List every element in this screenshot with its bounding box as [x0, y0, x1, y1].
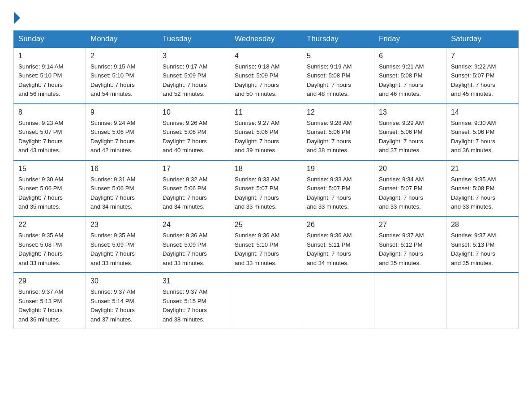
day-of-week-header: Thursday [302, 31, 374, 48]
day-info: Sunrise: 9:37 AMSunset: 5:13 PMDaylight:… [451, 232, 496, 266]
day-of-week-header: Wednesday [230, 31, 302, 48]
calendar-cell: 21Sunrise: 9:35 AMSunset: 5:08 PMDayligh… [446, 160, 519, 217]
day-info: Sunrise: 9:35 AMSunset: 5:08 PMDaylight:… [451, 176, 496, 210]
calendar-cell: 29Sunrise: 9:37 AMSunset: 5:13 PMDayligh… [14, 273, 86, 329]
day-info: Sunrise: 9:37 AMSunset: 5:12 PMDaylight:… [379, 232, 424, 266]
day-of-week-header: Friday [374, 31, 446, 48]
day-number: 26 [307, 219, 369, 230]
calendar-cell: 22Sunrise: 9:35 AMSunset: 5:08 PMDayligh… [14, 216, 86, 273]
day-number: 11 [235, 107, 297, 118]
calendar-cell: 3Sunrise: 9:17 AMSunset: 5:09 PMDaylight… [158, 47, 230, 104]
day-number: 5 [307, 51, 369, 61]
day-number: 23 [90, 219, 153, 230]
days-of-week-row: SundayMondayTuesdayWednesdayThursdayFrid… [14, 31, 519, 48]
day-number: 22 [18, 219, 81, 230]
day-number: 6 [379, 51, 442, 61]
week-row: 1Sunrise: 9:14 AMSunset: 5:10 PMDaylight… [14, 47, 519, 104]
calendar-cell: 14Sunrise: 9:30 AMSunset: 5:06 PMDayligh… [446, 104, 519, 160]
calendar-cell: 7Sunrise: 9:22 AMSunset: 5:07 PMDaylight… [446, 47, 519, 104]
calendar-cell: 12Sunrise: 9:28 AMSunset: 5:06 PMDayligh… [302, 104, 374, 160]
calendar-cell: 23Sunrise: 9:35 AMSunset: 5:09 PMDayligh… [86, 216, 158, 273]
calendar-cell: 20Sunrise: 9:34 AMSunset: 5:07 PMDayligh… [374, 160, 446, 217]
day-number: 20 [379, 163, 442, 174]
day-number: 27 [379, 219, 442, 230]
day-number: 19 [307, 163, 369, 174]
day-number: 12 [307, 107, 369, 118]
day-info: Sunrise: 9:34 AMSunset: 5:07 PMDaylight:… [379, 176, 424, 210]
day-info: Sunrise: 9:36 AMSunset: 5:10 PMDaylight:… [235, 232, 279, 266]
day-number: 17 [163, 163, 225, 174]
day-info: Sunrise: 9:28 AMSunset: 5:06 PMDaylight:… [307, 120, 352, 154]
day-number: 9 [90, 107, 153, 118]
calendar-cell: 6Sunrise: 9:21 AMSunset: 5:08 PMDaylight… [374, 47, 446, 104]
logo [13, 12, 21, 22]
day-info: Sunrise: 9:21 AMSunset: 5:08 PMDaylight:… [379, 63, 424, 97]
calendar-cell: 17Sunrise: 9:32 AMSunset: 5:06 PMDayligh… [158, 160, 230, 217]
day-number: 4 [235, 51, 297, 61]
day-number: 8 [18, 107, 81, 118]
calendar-cell: 27Sunrise: 9:37 AMSunset: 5:12 PMDayligh… [374, 216, 446, 273]
day-info: Sunrise: 9:37 AMSunset: 5:13 PMDaylight:… [18, 288, 63, 322]
day-number: 14 [451, 107, 514, 118]
day-info: Sunrise: 9:35 AMSunset: 5:08 PMDaylight:… [18, 232, 63, 266]
day-info: Sunrise: 9:19 AMSunset: 5:08 PMDaylight:… [307, 63, 352, 97]
day-info: Sunrise: 9:26 AMSunset: 5:06 PMDaylight:… [163, 120, 207, 154]
day-number: 2 [90, 51, 153, 61]
day-info: Sunrise: 9:22 AMSunset: 5:07 PMDaylight:… [451, 63, 496, 97]
calendar-cell: 4Sunrise: 9:18 AMSunset: 5:09 PMDaylight… [230, 47, 302, 104]
day-info: Sunrise: 9:30 AMSunset: 5:06 PMDaylight:… [18, 176, 63, 210]
calendar-cell: 2Sunrise: 9:15 AMSunset: 5:10 PMDaylight… [86, 47, 158, 104]
calendar-cell: 25Sunrise: 9:36 AMSunset: 5:10 PMDayligh… [230, 216, 302, 273]
day-info: Sunrise: 9:24 AMSunset: 5:06 PMDaylight:… [90, 120, 135, 154]
calendar-cell: 8Sunrise: 9:23 AMSunset: 5:07 PMDaylight… [14, 104, 86, 160]
day-number: 10 [163, 107, 225, 118]
day-info: Sunrise: 9:27 AMSunset: 5:06 PMDaylight:… [235, 120, 279, 154]
day-of-week-header: Tuesday [158, 31, 230, 48]
day-info: Sunrise: 9:37 AMSunset: 5:14 PMDaylight:… [90, 288, 135, 322]
day-info: Sunrise: 9:15 AMSunset: 5:10 PMDaylight:… [90, 63, 135, 97]
day-number: 1 [18, 51, 81, 61]
calendar-cell: 19Sunrise: 9:33 AMSunset: 5:07 PMDayligh… [302, 160, 374, 217]
calendar-table: SundayMondayTuesdayWednesdayThursdayFrid… [13, 30, 519, 329]
day-of-week-header: Saturday [446, 31, 519, 48]
day-info: Sunrise: 9:33 AMSunset: 5:07 PMDaylight:… [307, 176, 352, 210]
week-row: 15Sunrise: 9:30 AMSunset: 5:06 PMDayligh… [14, 160, 519, 217]
day-number: 28 [451, 219, 514, 230]
calendar-cell [302, 273, 374, 329]
day-number: 25 [235, 219, 297, 230]
calendar-cell [446, 273, 519, 329]
day-number: 18 [235, 163, 297, 174]
calendar-cell: 15Sunrise: 9:30 AMSunset: 5:06 PMDayligh… [14, 160, 86, 217]
calendar-cell: 16Sunrise: 9:31 AMSunset: 5:06 PMDayligh… [86, 160, 158, 217]
day-number: 24 [163, 219, 225, 230]
day-info: Sunrise: 9:31 AMSunset: 5:06 PMDaylight:… [90, 176, 135, 210]
calendar-cell: 26Sunrise: 9:36 AMSunset: 5:11 PMDayligh… [302, 216, 374, 273]
day-number: 30 [90, 276, 153, 287]
calendar-cell: 9Sunrise: 9:24 AMSunset: 5:06 PMDaylight… [86, 104, 158, 160]
day-info: Sunrise: 9:33 AMSunset: 5:07 PMDaylight:… [235, 176, 279, 210]
calendar-cell: 5Sunrise: 9:19 AMSunset: 5:08 PMDaylight… [302, 47, 374, 104]
day-number: 7 [451, 51, 514, 61]
calendar-cell: 31Sunrise: 9:37 AMSunset: 5:15 PMDayligh… [158, 273, 230, 329]
calendar-cell [374, 273, 446, 329]
day-info: Sunrise: 9:35 AMSunset: 5:09 PMDaylight:… [90, 232, 135, 266]
week-row: 22Sunrise: 9:35 AMSunset: 5:08 PMDayligh… [14, 216, 519, 273]
day-number: 16 [90, 163, 153, 174]
calendar-cell [230, 273, 302, 329]
day-info: Sunrise: 9:29 AMSunset: 5:06 PMDaylight:… [379, 120, 424, 154]
calendar-cell: 28Sunrise: 9:37 AMSunset: 5:13 PMDayligh… [446, 216, 519, 273]
day-info: Sunrise: 9:36 AMSunset: 5:09 PMDaylight:… [163, 232, 207, 266]
calendar-cell: 1Sunrise: 9:14 AMSunset: 5:10 PMDaylight… [14, 47, 86, 104]
day-info: Sunrise: 9:37 AMSunset: 5:15 PMDaylight:… [163, 288, 207, 322]
logo-arrow-icon [14, 12, 20, 24]
day-number: 31 [163, 276, 225, 287]
day-info: Sunrise: 9:18 AMSunset: 5:09 PMDaylight:… [235, 63, 279, 97]
day-number: 13 [379, 107, 442, 118]
day-number: 15 [18, 163, 81, 174]
calendar-cell: 13Sunrise: 9:29 AMSunset: 5:06 PMDayligh… [374, 104, 446, 160]
day-of-week-header: Sunday [14, 31, 86, 48]
day-number: 3 [163, 51, 225, 61]
day-of-week-header: Monday [86, 31, 158, 48]
day-number: 21 [451, 163, 514, 174]
day-info: Sunrise: 9:32 AMSunset: 5:06 PMDaylight:… [163, 176, 207, 210]
